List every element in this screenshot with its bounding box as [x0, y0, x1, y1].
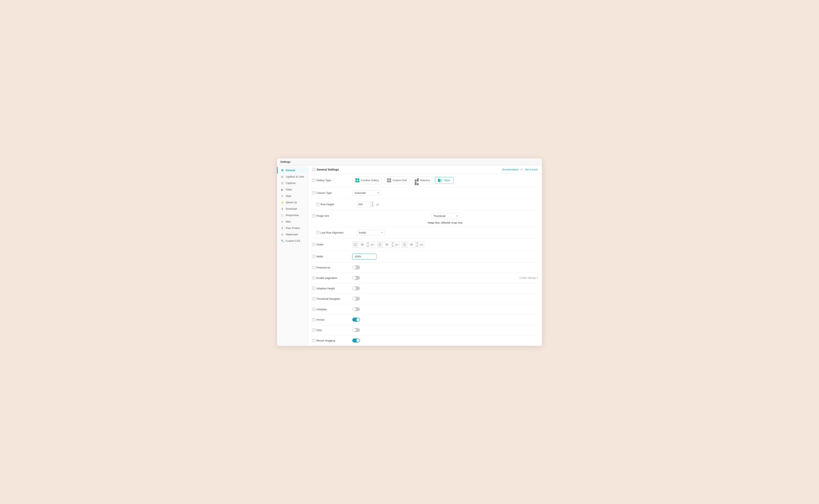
dots-label: ? Dots: [312, 328, 352, 332]
row-height-label: ? Row Height.: [316, 203, 356, 206]
sidebar-item-customcss[interactable]: 🔧 Custom CSS: [277, 238, 308, 244]
settings-body: ? Gallery Type Creative Gallery: [308, 174, 542, 346]
image-size-label-text: Image size: [316, 214, 329, 217]
gutter-desktop-up[interactable]: ▲: [366, 242, 370, 245]
sidebar-item-speedup[interactable]: ⚡ Speed Up: [277, 199, 308, 206]
row-height-up-btn[interactable]: ▲: [371, 202, 374, 204]
gutter-mobile-up[interactable]: ▲: [416, 242, 419, 245]
mouse-dragging-row: ? Mouse dragging: [312, 335, 538, 346]
dots-toggle[interactable]: [352, 328, 360, 332]
row-height-input[interactable]: [357, 202, 371, 207]
gallery-type-label: ? Gallery Type: [312, 179, 352, 182]
image-size-control: Thumbnail Image Size: 150x150. Crop: tru…: [352, 213, 538, 224]
gallery-type-masonry-btn[interactable]: Masonry: [412, 177, 433, 184]
creative-gallery-label: Creative Gallery: [361, 179, 379, 182]
desktop-icon: [353, 242, 358, 248]
documentation-link[interactable]: Documentation: [502, 168, 519, 171]
custom-grid-icon: [387, 178, 391, 182]
gutter-desktop-group: ▲ ▼ px: [352, 241, 375, 248]
last-row-alignment-label-text: Last Row Alignment: [320, 231, 343, 234]
gear-icon: ⚙: [280, 169, 284, 172]
section-title: General Settings: [317, 168, 339, 171]
autoplay-help-icon: ?: [312, 308, 315, 311]
sidebar-item-responsive[interactable]: ◻ Responsive: [277, 212, 308, 218]
sidebar-item-watermark[interactable]: ⊡ Watermark: [277, 231, 308, 238]
thumbnail-navigator-label: ? Thumbnail Navigator: [312, 297, 352, 300]
dots-label-text: Dots: [316, 329, 322, 332]
width-input[interactable]: [352, 254, 376, 259]
dots-help-icon: ?: [312, 328, 315, 332]
arrows-toggle[interactable]: [352, 318, 360, 322]
powered-by-toggle[interactable]: [352, 265, 360, 269]
dots-row: ? Dots: [312, 325, 538, 335]
arrows-label-text: Arrows: [316, 318, 324, 321]
lightbox-icon: ⊞: [280, 175, 284, 178]
powered-by-label: ? Powered by: [312, 266, 352, 269]
sidebar-item-download[interactable]: ⬇ Download: [277, 206, 308, 212]
enable-pagination-toggle[interactable]: [352, 276, 360, 280]
sidebar-item-general[interactable]: ⚙ General: [277, 167, 308, 174]
sidebar-item-video[interactable]: ▶ Video: [277, 186, 308, 193]
sidebar-item-lightbox[interactable]: ⊞ Lightbox & Links: [277, 174, 308, 180]
sidebar-label-general: General: [286, 169, 295, 172]
gutter-tablet-up[interactable]: ▲: [391, 242, 394, 245]
sidebar-label-speedup: Speed Up: [286, 201, 297, 204]
mouse-dragging-toggle[interactable]: [352, 338, 360, 342]
gutter-mobile-input[interactable]: [407, 242, 415, 247]
gutter-tablet-group: ▲ ▼ px: [377, 241, 400, 248]
thumbnail-navigator-toggle[interactable]: [352, 297, 360, 301]
sidebar-label-video: Video: [286, 188, 292, 191]
enable-pagination-label: ? Enable pagination: [312, 276, 352, 279]
gallery-type-custom-btn[interactable]: Custom Grid: [384, 177, 410, 184]
row-height-down-btn[interactable]: ▼: [371, 204, 374, 207]
width-control: [352, 254, 538, 259]
adaptive-height-row: ? Adaptive Height: [312, 283, 538, 294]
width-label: ? Width: [312, 255, 352, 258]
gallery-type-creative-btn[interactable]: Creative Gallery: [352, 177, 382, 184]
image-size-label: ? Image size: [312, 213, 352, 217]
enable-pagination-help-icon: ?: [312, 276, 315, 279]
gutter-desktop-down[interactable]: ▼: [366, 245, 370, 248]
sidebar-item-passprotect[interactable]: ⬇ Pass Protect: [277, 225, 308, 231]
sidebar-item-style[interactable]: ✏ Style: [277, 193, 308, 199]
custom-grid-label: Custom Grid: [393, 179, 407, 182]
image-size-note: Image Size: 150x150. Crop: true: [428, 222, 462, 224]
sidebar-item-captions[interactable]: ☰ Captions: [277, 180, 308, 186]
adaptive-height-toggle[interactable]: [352, 286, 360, 290]
gallery-type-label-text: Gallery Type: [316, 179, 331, 182]
last-row-alignment-select[interactable]: Justify: [356, 230, 384, 236]
autoplay-toggle[interactable]: [352, 307, 360, 311]
gutter-desktop-input[interactable]: [358, 242, 366, 247]
thumbnail-navigator-help-icon: ?: [312, 297, 315, 300]
sidebar-label-watermark: Watermark: [286, 233, 298, 236]
column-type-row: ? Column Type Automatic: [312, 187, 538, 199]
gutter-tablet-input[interactable]: [383, 242, 391, 247]
masonry-label: Masonry: [420, 179, 430, 182]
enable-pagination-row: ? Enable pagination 3 other settings ▾: [312, 273, 538, 283]
last-row-alignment-control: Justify: [356, 230, 538, 236]
powered-by-label-text: Powered by: [316, 266, 330, 269]
row-height-control: ▲ ▼ px: [356, 202, 538, 207]
row-height-unit: px: [377, 203, 379, 206]
powered-by-help-icon: ?: [312, 266, 315, 269]
gutter-mobile-down[interactable]: ▼: [416, 245, 419, 248]
help-icon: ?: [312, 168, 315, 171]
last-row-alignment-select-wrapper: Justify: [356, 230, 384, 236]
arrows-help-icon: ?: [312, 318, 315, 321]
column-type-select[interactable]: Automatic: [352, 190, 380, 196]
column-type-label: ? Column Type: [312, 191, 352, 194]
gutter-tablet-down[interactable]: ▼: [391, 245, 394, 248]
gallery-type-slider-btn[interactable]: Slider: [435, 177, 453, 184]
sidebar-label-style: Style: [286, 195, 291, 197]
slider-icon: [438, 179, 442, 182]
image-size-select[interactable]: Thumbnail: [431, 213, 459, 219]
gutter-label-text: Gutter: [316, 243, 324, 246]
customcss-icon: 🔧: [280, 239, 284, 243]
row-height-label-text: Row Height.: [320, 203, 335, 206]
misc-icon: ✦: [280, 220, 284, 223]
section-title-area: ? General Settings: [312, 168, 339, 171]
autoplay-label: ? Autoplay: [312, 308, 352, 311]
contact-link[interactable]: Get in touch: [525, 168, 538, 171]
sidebar-item-misc[interactable]: ✦ Misc: [277, 218, 308, 225]
video-icon: ▶: [280, 188, 284, 191]
